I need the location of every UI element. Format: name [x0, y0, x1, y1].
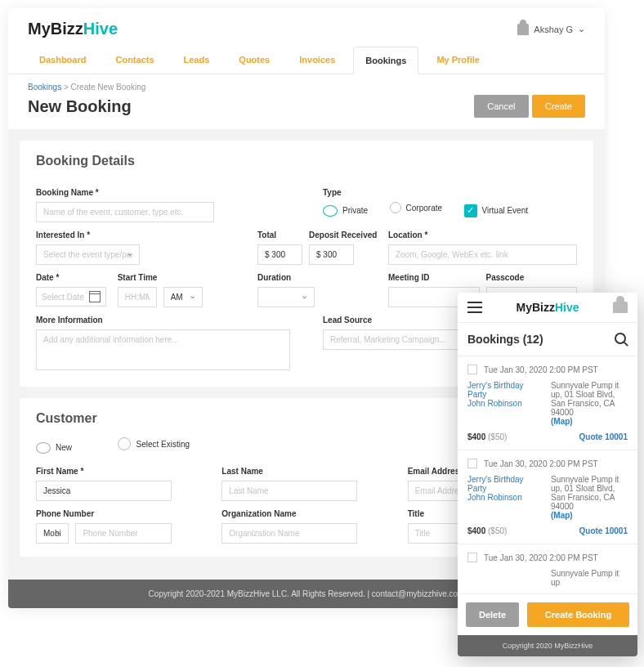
header: MyBizzHive Akshay G ⌄	[8, 8, 605, 47]
user-name: Akshay G	[534, 25, 573, 34]
quote-link[interactable]: Quote 10001	[579, 432, 628, 441]
ampm-select[interactable]: AM	[163, 287, 203, 307]
duration-select[interactable]	[257, 287, 315, 307]
map-link[interactable]: (Map)	[551, 511, 573, 520]
chevron-down-icon: ⌄	[578, 24, 585, 34]
main-nav: Dashboard Contacts Leads Quotes Invoices…	[8, 47, 605, 74]
checkbox[interactable]	[467, 553, 477, 562]
phone-input[interactable]	[75, 523, 171, 544]
mobile-footer: Copyright 2020 MyBizzHive	[458, 635, 637, 656]
type-label: Type	[323, 188, 577, 197]
mobile-title-bar: Bookings (12)	[458, 323, 637, 356]
user-icon	[517, 24, 529, 35]
phone-type-select[interactable]: Mobile	[36, 523, 69, 544]
date-input[interactable]: Select Date	[36, 287, 106, 307]
breadcrumb-root[interactable]: Bookings	[28, 83, 61, 92]
booking-date: Tue Jan 30, 2020 2:00 PM PST	[484, 553, 598, 562]
interested-label: Interested In *	[36, 231, 225, 239]
booking-name-label: Booking Name *	[36, 188, 290, 197]
event-link[interactable]: Jerry's Birthday Party	[467, 381, 544, 399]
tab-bookings[interactable]: Bookings	[353, 47, 418, 74]
start-time-label: Start Time	[118, 273, 203, 282]
user-icon[interactable]	[613, 302, 628, 313]
checkbox[interactable]	[467, 459, 477, 468]
start-time-input[interactable]	[118, 287, 157, 307]
type-virtual[interactable]: ✓Virtual Event	[464, 204, 529, 217]
price: $400 ($50)	[467, 526, 507, 535]
user-menu[interactable]: Akshay G ⌄	[517, 24, 585, 35]
tab-myprofile[interactable]: My Profile	[425, 47, 491, 74]
logo: MyBizzHive	[28, 20, 118, 38]
contact-link[interactable]: John Robinson	[467, 493, 544, 502]
delete-button[interactable]: Delete	[466, 602, 519, 627]
type-corporate-label: Corporate	[406, 204, 442, 213]
customer-existing-label: Select Existing	[136, 440, 190, 449]
total-label: Total	[257, 231, 302, 239]
booking-date: Tue Jan 30, 2020 2:00 PM PST	[484, 459, 598, 468]
calendar-icon	[89, 291, 101, 302]
breadcrumb: Bookings > Create New Booking	[8, 74, 605, 95]
check-icon: ✓	[464, 204, 477, 217]
map-link[interactable]: (Map)	[551, 417, 573, 426]
tab-invoices[interactable]: Invoices	[288, 47, 347, 74]
date-label: Date *	[36, 273, 106, 282]
last-name-label: Last Name	[221, 467, 391, 476]
mobile-page-title: Bookings (12)	[467, 333, 543, 346]
last-name-input[interactable]	[221, 481, 357, 501]
tab-dashboard[interactable]: Dashboard	[28, 47, 97, 74]
logo-part-b: Hive	[83, 20, 118, 38]
checkbox[interactable]	[467, 365, 477, 374]
address: Sunnyvale Pump it up	[551, 569, 628, 587]
cancel-button[interactable]: Cancel	[474, 95, 528, 118]
menu-icon[interactable]	[467, 302, 482, 313]
duration-label: Duration	[257, 273, 356, 282]
breadcrumb-sep: >	[64, 83, 69, 92]
section-heading: Booking Details	[36, 154, 577, 168]
create-booking-button[interactable]: Create Booking	[527, 602, 629, 627]
type-corporate[interactable]: Corporate	[390, 202, 442, 213]
search-icon[interactable]	[615, 333, 628, 346]
booking-item[interactable]: Tue Jan 30, 2020 2:00 PM PST Jerry's Bir…	[458, 450, 637, 544]
more-info-textarea[interactable]	[36, 329, 290, 370]
interested-select[interactable]: Select the event type/package	[36, 244, 140, 265]
tab-leads[interactable]: Leads	[172, 47, 221, 74]
booking-item[interactable]: Tue Jan 30, 2020 2:00 PM PST Sunnyvale P…	[458, 544, 637, 593]
meeting-id-label: Meeting ID	[388, 273, 480, 282]
location-input[interactable]	[388, 244, 577, 265]
customer-new[interactable]: New	[36, 442, 72, 454]
phone-label: Phone Number	[36, 509, 205, 518]
booking-name-input[interactable]	[36, 202, 214, 222]
logo-part-a: MyBizz	[28, 20, 83, 38]
first-name-label: First Name *	[36, 467, 205, 476]
mobile-header: MyBizzHive	[458, 293, 637, 323]
address: Sunnyvale Pump it up, 01 Sloat Blvd, San…	[551, 381, 628, 426]
org-label: Organization Name	[221, 509, 391, 518]
tab-quotes[interactable]: Quotes	[227, 47, 281, 74]
tab-contacts[interactable]: Contacts	[104, 47, 165, 74]
breadcrumb-current: Create New Booking	[71, 83, 146, 92]
booking-date: Tue Jan 30, 2020 2:00 PM PST	[484, 365, 598, 374]
first-name-input[interactable]	[36, 481, 172, 501]
type-private[interactable]: Private	[323, 205, 368, 217]
page-title: New Booking	[28, 97, 132, 116]
org-input[interactable]	[221, 523, 357, 544]
price: $400 ($50)	[467, 432, 507, 441]
bookings-list[interactable]: Tue Jan 30, 2020 2:00 PM PST Jerry's Bir…	[458, 356, 637, 593]
total-input[interactable]	[257, 244, 302, 265]
quote-link[interactable]: Quote 10001	[579, 526, 628, 535]
mobile-actions: Delete Create Booking	[458, 593, 637, 635]
event-link[interactable]: Jerry's Birthday Party	[467, 475, 544, 493]
mobile-window: MyBizzHive Bookings (12) Tue Jan 30, 202…	[458, 293, 637, 656]
address: Sunnyvale Pump it up, 01 Sloat Blvd, San…	[551, 475, 628, 520]
type-private-label: Private	[342, 206, 368, 215]
create-button[interactable]: Create	[532, 95, 585, 118]
deposit-input[interactable]	[309, 244, 354, 265]
contact-link[interactable]: John Robinson	[467, 399, 544, 408]
passcode-label: Passcode	[486, 273, 578, 282]
mobile-logo: MyBizzHive	[516, 301, 579, 314]
deposit-label: Deposit Received	[309, 231, 377, 239]
booking-item[interactable]: Tue Jan 30, 2020 2:00 PM PST Jerry's Bir…	[458, 356, 637, 450]
location-label: Location *	[388, 231, 577, 239]
customer-existing[interactable]: Select Existing	[118, 437, 190, 450]
title-bar: New Booking Cancel Create	[8, 95, 605, 129]
